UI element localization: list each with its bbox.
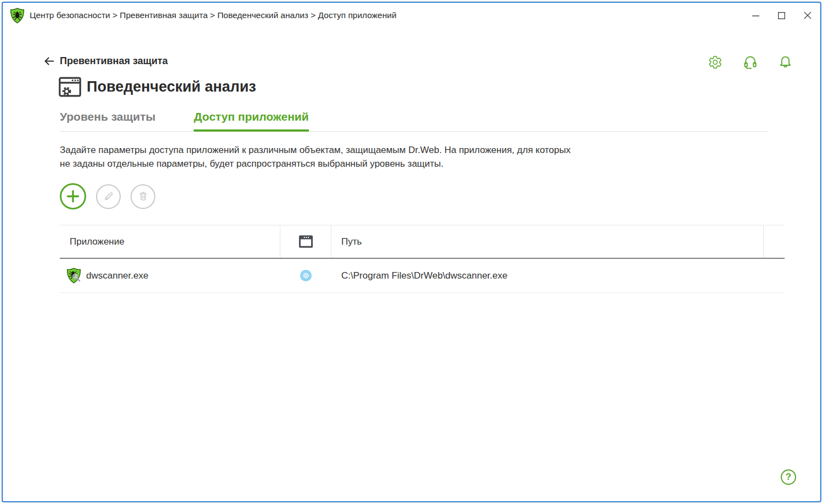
description-line-2: не заданы отдельные параметры, будет рас…: [60, 157, 820, 171]
tab-application-access[interactable]: Доступ приложений: [194, 110, 308, 132]
column-header-mode: [280, 225, 331, 258]
trash-icon: [137, 190, 150, 203]
close-button[interactable]: [794, 3, 820, 28]
drweb-security-center-window: Центр безопасности > Превентивная защита…: [2, 2, 821, 502]
app-window-gear-icon: [59, 77, 81, 97]
help-question-icon: ?: [786, 472, 791, 483]
page-heading: Поведенческий анализ: [59, 77, 820, 97]
description-text: Задайте параметры доступа приложений к р…: [60, 143, 820, 171]
page-title: Поведенческий анализ: [87, 78, 256, 95]
window-controls: [743, 3, 820, 28]
blue-gear-badge-icon: [300, 270, 312, 281]
pencil-icon: [102, 190, 115, 203]
header-action-icons: [708, 55, 793, 70]
description-line-1: Задайте параметры доступа приложений к р…: [60, 143, 820, 157]
breadcrumb: Центр безопасности > Превентивная защита…: [30, 10, 397, 20]
path-cell: C:\Program Files\DrWeb\dwscanner.exe: [331, 270, 785, 281]
tab-protection-level[interactable]: Уровень защиты: [60, 110, 155, 132]
settings-gear-icon: [708, 55, 723, 70]
titlebar: Центр безопасности > Превентивная защита…: [3, 3, 820, 28]
minimize-icon: [752, 12, 759, 19]
delete-button[interactable]: [131, 184, 155, 209]
table-row-dwscanner[interactable]: dwscanner.exe C:\Program Files\DrWeb\dws…: [60, 259, 785, 293]
notifications-bell-icon: [778, 55, 793, 70]
add-button[interactable]: [60, 183, 86, 209]
close-icon: [804, 12, 811, 19]
settings-button[interactable]: [708, 55, 723, 70]
minimize-button[interactable]: [743, 3, 769, 28]
mode-cell: [280, 270, 331, 281]
support-button[interactable]: [743, 55, 758, 70]
column-header-application: Приложение: [60, 225, 280, 258]
maximize-icon: [778, 12, 785, 19]
help-button[interactable]: ?: [781, 469, 796, 485]
back-label: Превентивная защита: [60, 55, 168, 67]
drweb-scanner-icon: [66, 268, 81, 284]
applications-table: Приложение Путь: [60, 225, 785, 293]
toolbar: [60, 183, 820, 209]
tab-bar: Уровень защиты Доступ приложений: [60, 110, 769, 132]
notifications-button[interactable]: [778, 55, 793, 70]
plus-icon: [66, 190, 80, 203]
column-header-path: Путь: [331, 225, 764, 258]
back-navigation[interactable]: Превентивная защита: [43, 55, 820, 67]
column-header-spacer: [764, 225, 785, 258]
application-cell: dwscanner.exe: [60, 268, 280, 284]
table-header: Приложение Путь: [60, 225, 785, 259]
back-arrow-icon: [43, 55, 55, 67]
application-name: dwscanner.exe: [86, 270, 148, 281]
maximize-button[interactable]: [769, 3, 794, 28]
edit-button[interactable]: [96, 184, 121, 209]
support-headset-icon: [743, 55, 758, 70]
drweb-shield-icon: [10, 8, 25, 24]
application-window-icon: [298, 235, 313, 248]
